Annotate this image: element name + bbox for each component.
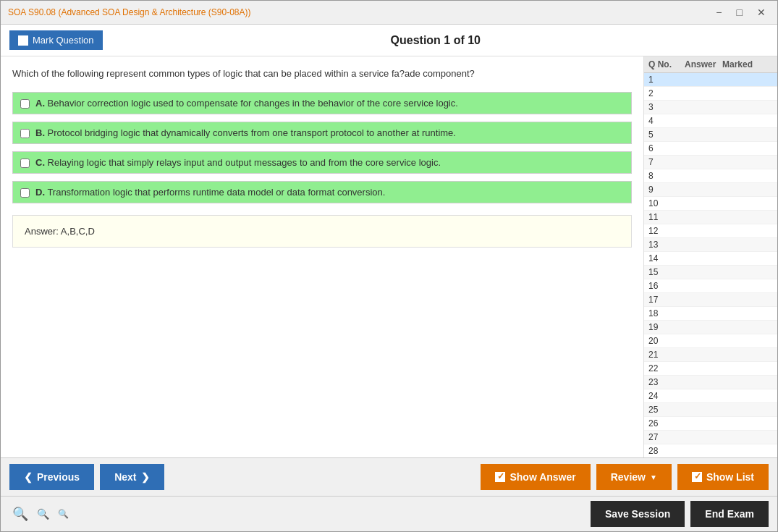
sidebar-row[interactable]: 5 — [644, 128, 777, 142]
next-button[interactable]: Next ❯ — [100, 464, 164, 490]
sidebar-qno: 1 — [648, 75, 685, 85]
sidebar-answer — [685, 130, 722, 140]
sidebar-row[interactable]: 10 — [644, 197, 777, 211]
sidebar-row[interactable]: 23 — [644, 376, 777, 389]
save-session-label: Save Session — [605, 508, 670, 520]
sidebar-marked — [722, 130, 773, 140]
window-title: SOA S90.08 (Advanced SOA Design & Archit… — [8, 7, 251, 17]
sidebar-marked — [722, 295, 773, 305]
sidebar-qno: 26 — [648, 418, 685, 428]
sidebar-answer — [685, 446, 722, 456]
answer-box: Answer: A,B,C,D — [12, 215, 632, 248]
sidebar-answer — [685, 336, 722, 346]
sidebar-row[interactable]: 13 — [644, 238, 777, 252]
sidebar-qno: 2 — [648, 88, 685, 98]
sidebar-row[interactable]: 9 — [644, 183, 777, 197]
prev-arrow-icon: ❮ — [24, 471, 33, 483]
zoom-reset-button[interactable]: 🔍 — [34, 507, 52, 521]
app-window: SOA S90.08 (Advanced SOA Design & Archit… — [0, 0, 778, 532]
sidebar-qno: 9 — [648, 185, 685, 195]
sidebar-answer — [685, 322, 722, 332]
end-exam-label: End Exam — [705, 508, 754, 520]
sidebar-answer — [685, 253, 722, 263]
session-controls: Save Session End Exam — [591, 501, 769, 527]
save-session-button[interactable]: Save Session — [591, 501, 685, 527]
sidebar-answer — [685, 198, 722, 208]
previous-button[interactable]: ❮ Previous — [9, 464, 94, 490]
sidebar-qno: 8 — [648, 171, 685, 181]
zoom-in-button[interactable]: 🔍 — [9, 504, 31, 523]
sidebar-row[interactable]: 21 — [644, 348, 777, 362]
sidebar-qno: 4 — [648, 116, 685, 126]
mark-question-button[interactable]: Mark Question — [9, 30, 103, 50]
mark-question-label: Mark Question — [33, 35, 94, 46]
sidebar-marked — [722, 226, 773, 236]
sidebar-row[interactable]: 17 — [644, 293, 777, 307]
sidebar-row[interactable]: 18 — [644, 307, 777, 321]
sidebar-row[interactable]: 11 — [644, 211, 777, 224]
option-c-text: C. Relaying logic that simply relays inp… — [35, 157, 441, 168]
sidebar-answer — [685, 281, 722, 291]
sidebar-row[interactable]: 22 — [644, 362, 777, 376]
sidebar-qno: 22 — [648, 363, 685, 373]
sidebar-answer — [685, 226, 722, 236]
sidebar-row[interactable]: 28 — [644, 444, 777, 457]
window-controls: − □ ✕ — [711, 5, 770, 20]
sidebar-answer — [685, 171, 722, 181]
prev-label: Previous — [37, 471, 80, 483]
sidebar-marked — [722, 432, 773, 442]
sidebar-qno: 17 — [648, 295, 685, 305]
sidebar-row[interactable]: 7 — [644, 156, 777, 169]
option-b-checkbox[interactable] — [20, 129, 30, 138]
sidebar-row[interactable]: 1 — [644, 73, 777, 87]
sidebar-row[interactable]: 26 — [644, 417, 777, 431]
sidebar-marked — [722, 116, 773, 126]
maximize-button[interactable]: □ — [732, 5, 747, 20]
option-c: C. Relaying logic that simply relays inp… — [12, 151, 632, 174]
sidebar-row[interactable]: 27 — [644, 431, 777, 444]
minimize-button[interactable]: − — [711, 5, 726, 20]
sidebar-row[interactable]: 14 — [644, 252, 777, 266]
title-plain: SOA S90.08 — [8, 7, 58, 17]
end-exam-button[interactable]: End Exam — [690, 501, 769, 527]
sidebar-marked — [722, 363, 773, 373]
option-a-text: A. Behavior correction logic used to com… — [35, 98, 458, 109]
sidebar-row[interactable]: 4 — [644, 114, 777, 128]
show-answer-button[interactable]: Show Answer — [481, 464, 590, 490]
sidebar-row[interactable]: 8 — [644, 169, 777, 183]
title-bar: SOA S90.08 (Advanced SOA Design & Archit… — [1, 1, 777, 25]
close-button[interactable]: ✕ — [753, 5, 770, 20]
bottom-row2: 🔍 🔍 🔍 Save Session End Exam — [1, 496, 777, 531]
sidebar-row[interactable]: 6 — [644, 142, 777, 156]
option-d-checkbox[interactable] — [20, 188, 30, 198]
sidebar-answer — [685, 102, 722, 112]
sidebar-qno: 7 — [648, 157, 685, 167]
review-button[interactable]: Review ▼ — [596, 464, 672, 490]
sidebar-row[interactable]: 24 — [644, 389, 777, 403]
sidebar-qno: 11 — [648, 212, 685, 222]
sidebar-marked — [722, 171, 773, 181]
sidebar-row[interactable]: 19 — [644, 321, 777, 334]
sidebar-row[interactable]: 25 — [644, 403, 777, 417]
show-list-button[interactable]: Show List — [677, 464, 769, 490]
show-list-label: Show List — [706, 471, 754, 483]
zoom-out-button[interactable]: 🔍 — [55, 507, 72, 520]
sidebar-row[interactable]: 20 — [644, 334, 777, 348]
sidebar-answer — [685, 295, 722, 305]
sidebar-marked — [722, 157, 773, 167]
sidebar-row[interactable]: 12 — [644, 224, 777, 238]
option-c-checkbox[interactable] — [20, 159, 30, 168]
sidebar-row[interactable]: 2 — [644, 87, 777, 101]
sidebar-qno: 24 — [648, 391, 685, 401]
sidebar-answer — [685, 418, 722, 428]
sidebar-rows: 1 2 3 4 5 6 7 8 — [644, 73, 777, 457]
option-a-checkbox[interactable] — [20, 99, 30, 109]
sidebar-row[interactable]: 16 — [644, 279, 777, 293]
answer-text: Answer: A,B,C,D — [25, 226, 95, 237]
sidebar-qno: 27 — [648, 432, 685, 442]
sidebar-row[interactable]: 15 — [644, 266, 777, 279]
sidebar-qno: 16 — [648, 281, 685, 291]
sidebar-marked — [722, 75, 773, 85]
sidebar-qno: 13 — [648, 240, 685, 250]
sidebar-row[interactable]: 3 — [644, 101, 777, 114]
